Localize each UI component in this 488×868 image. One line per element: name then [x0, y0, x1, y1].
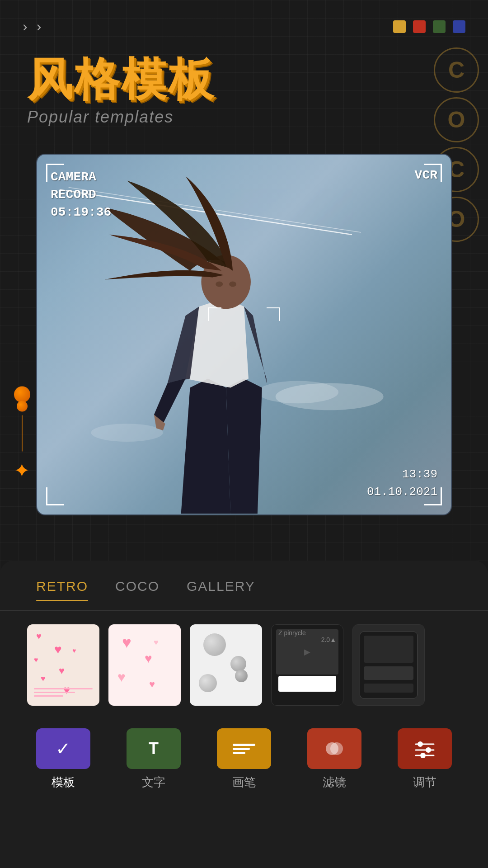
template-thumb-4[interactable]: ▶ Z pinrycle 2.0▲ [271, 624, 343, 706]
vcr-timecode: 05:19:36 [51, 203, 111, 221]
template-thumb-3[interactable] [190, 624, 262, 706]
nav-arrow-2[interactable]: › [37, 18, 42, 35]
tool-template-icon: ✓ [36, 728, 90, 769]
vcr-corner-bl [46, 487, 64, 505]
nav-arrow-1[interactable]: › [23, 18, 28, 35]
color-dot-gold[interactable] [393, 20, 406, 33]
star-icon: ✦ [14, 459, 30, 482]
left-decoration: ✦ [14, 387, 30, 482]
orange-ball-large [14, 387, 30, 403]
tool-text[interactable]: T 文字 [127, 728, 181, 790]
vcr-info-top-left: CAMERA RECORD 05:19:36 [51, 168, 111, 222]
deco-letter-c1: C [434, 47, 479, 93]
vcr-time: 13:39 [367, 466, 437, 483]
tool-filter[interactable]: 滤镜 [307, 728, 361, 790]
svg-point-6 [216, 282, 223, 287]
vcr-datetime: 13:39 01.10.2021 [367, 466, 437, 501]
svg-point-15 [420, 753, 426, 758]
tool-brush[interactable]: 画笔 [217, 728, 271, 790]
svg-point-11 [418, 741, 423, 747]
template-thumb-2[interactable]: ♥ ♥ ♥ ♥ ♥ [108, 624, 181, 706]
vcr-camera-label: CAMERA [51, 168, 111, 186]
tool-template-label: 模板 [52, 774, 75, 790]
adjust-icon [412, 737, 437, 760]
brush-icon [233, 744, 255, 754]
tool-template[interactable]: ✓ 模板 [36, 728, 90, 790]
main-preview-image: CAMERA RECORD 05:19:36 VCR 13:39 01.10.2… [36, 154, 452, 515]
tab-coco[interactable]: COCO [115, 579, 160, 601]
focus-bracket-tl [208, 307, 221, 321]
vcr-record-label: RECORD [51, 186, 111, 203]
template-thumb-1[interactable]: ♥ ♥ ♥ ♥ ♥ ♥ ♥ [27, 624, 99, 706]
title-section: 风格模板 Popular templates [27, 54, 215, 127]
svg-point-3 [258, 381, 338, 404]
tool-brush-icon [217, 728, 271, 769]
svg-point-9 [330, 742, 343, 755]
color-dot-blue[interactable] [453, 20, 465, 33]
nav-arrows: › › [23, 18, 41, 35]
thumb-white-bar [278, 676, 336, 692]
tab-retro[interactable]: RETRO [36, 579, 88, 601]
filter-icon [323, 737, 346, 760]
vcr-date: 01.10.2021 [367, 483, 437, 501]
check-icon: ✓ [56, 738, 71, 759]
vertical-line [22, 415, 23, 452]
tool-text-label: 文字 [142, 774, 165, 790]
orange-ball-small [17, 401, 28, 412]
tool-text-icon: T [127, 728, 181, 769]
text-icon: T [149, 739, 159, 758]
tool-filter-icon [307, 728, 361, 769]
color-dots [393, 20, 465, 33]
tool-brush-label: 画笔 [232, 774, 256, 790]
svg-point-7 [229, 282, 236, 287]
color-dot-green[interactable] [433, 20, 446, 33]
bottom-toolbar: ✓ 模板 T 文字 画笔 [0, 719, 488, 799]
deco-letter-o1: O [434, 97, 479, 142]
template-thumb-5[interactable] [352, 624, 425, 706]
focus-bracket-tr [267, 307, 280, 321]
tool-adjust-label: 调节 [413, 774, 436, 790]
tab-gallery[interactable]: GALLERY [187, 579, 255, 601]
vcr-type-label: VCR [415, 168, 437, 182]
template-thumbnails-row: ♥ ♥ ♥ ♥ ♥ ♥ ♥ ♥ ♥ ♥ ♥ ♥ [0, 611, 488, 719]
color-dot-red[interactable] [413, 20, 426, 33]
svg-point-4 [91, 424, 163, 442]
svg-point-13 [426, 747, 431, 753]
tool-filter-label: 滤镜 [323, 774, 346, 790]
tool-adjust-icon [398, 728, 452, 769]
page-title-zh: 风格模板 [27, 54, 215, 104]
template-tabs: RETRO COCO GALLERY [0, 561, 488, 611]
bottom-panel: RETRO COCO GALLERY ♥ ♥ ♥ ♥ ♥ ♥ ♥ ♥ ♥ ♥ ♥ [0, 561, 488, 868]
tool-adjust[interactable]: 调节 [398, 728, 452, 790]
top-nav: › › [0, 18, 488, 35]
page-title-en: Popular templates [27, 108, 215, 127]
